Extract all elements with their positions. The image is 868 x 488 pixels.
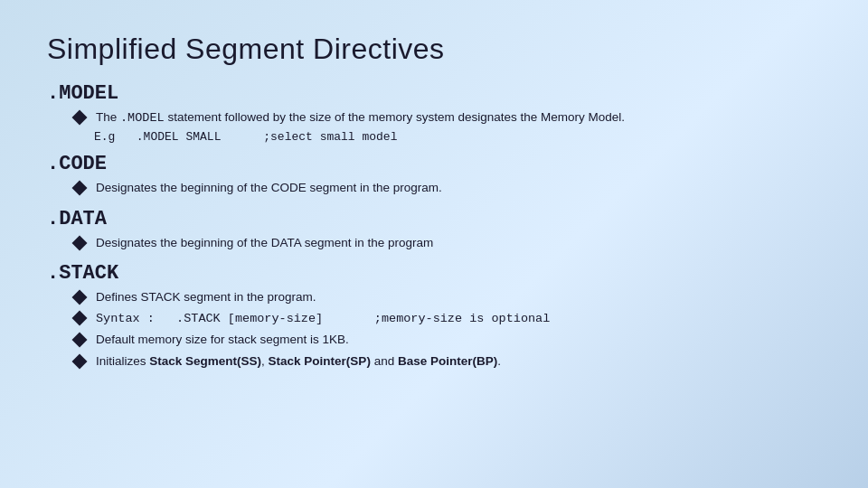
- data-heading: .DATA: [47, 208, 821, 230]
- stack-bullet-2: Syntax : .STACK [memory-size] ;memory-si…: [74, 309, 821, 328]
- stack-heading: .STACK: [47, 262, 821, 285]
- slide-title: Simplified Segment Directives: [47, 33, 821, 66]
- stack-bullet-3-text: Default memory size for stack segment is…: [96, 331, 349, 349]
- stack-bullet-1: Defines STACK segment in the program.: [74, 288, 821, 306]
- stack-bullet-3: Default memory size for stack segment is…: [74, 331, 821, 349]
- model-example: E.g .MODEL SMALL ;select small model: [94, 130, 821, 144]
- diamond-icon: [72, 311, 88, 326]
- stack-bullet-4: Initializes Stack Segment(SS), Stack Poi…: [74, 352, 821, 371]
- data-bullet-text: Designates the beginning of the DATA seg…: [96, 234, 433, 252]
- model-bullet-1: The .MODEL statement followed by the siz…: [74, 108, 821, 127]
- data-bullet-1: Designates the beginning of the DATA seg…: [74, 234, 821, 252]
- slide: Simplified Segment Directives .MODEL The…: [0, 0, 868, 488]
- code-section: .CODE Designates the beginning of the CO…: [47, 149, 821, 200]
- diamond-icon: [72, 353, 88, 369]
- code-bullet-text: Designates the beginning of the CODE seg…: [96, 179, 442, 197]
- diamond-icon: [72, 289, 88, 305]
- code-bullet-1: Designates the beginning of the CODE seg…: [74, 179, 821, 197]
- model-bullet-text: The .MODEL statement followed by the siz…: [96, 108, 625, 127]
- data-section: .DATA Designates the beginning of the DA…: [47, 204, 821, 255]
- diamond-icon: [72, 333, 88, 348]
- stack-bullet-2-text: Syntax : .STACK [memory-size] ;memory-si…: [96, 309, 550, 328]
- stack-bullet-4-text: Initializes Stack Segment(SS), Stack Poi…: [96, 352, 501, 371]
- model-heading: .MODEL: [47, 82, 821, 105]
- stack-section: .STACK Defines STACK segment in the prog…: [47, 258, 821, 373]
- code-heading: .CODE: [47, 153, 821, 175]
- diamond-icon: [72, 110, 88, 126]
- diamond-icon: [72, 235, 88, 250]
- diamond-icon: [72, 181, 88, 196]
- stack-bullet-1-text: Defines STACK segment in the program.: [96, 288, 316, 306]
- model-section: .MODEL The .MODEL statement followed by …: [47, 79, 821, 145]
